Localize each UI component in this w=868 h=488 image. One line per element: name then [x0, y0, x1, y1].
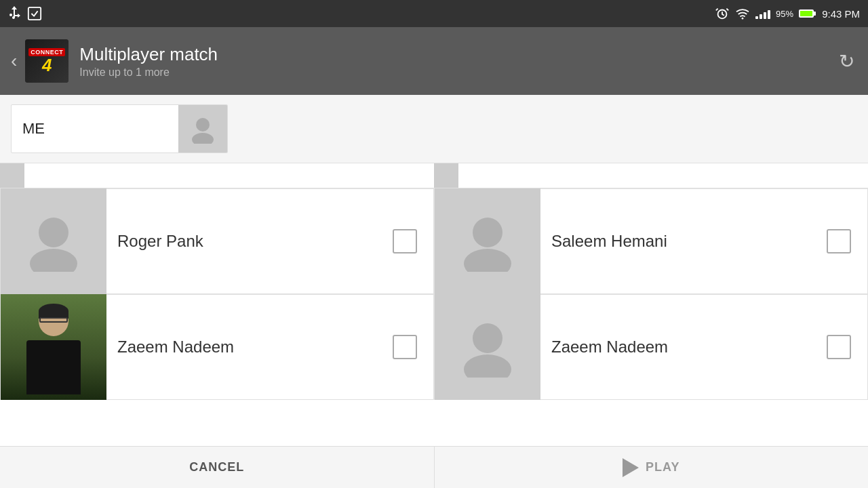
cancel-button[interactable]: CANCEL	[0, 447, 434, 488]
usb-icon	[8, 6, 20, 21]
player-cell-zaeem-1[interactable]: Zaeem Nadeem	[0, 294, 434, 400]
player-name-roger-pank: Roger Pank	[106, 232, 393, 251]
svg-point-8	[473, 218, 502, 247]
players-grid: Roger Pank Saleem Hemani Z	[0, 188, 868, 400]
me-card: ME	[11, 104, 228, 153]
player-avatar-zaeem-1	[1, 294, 106, 400]
saleem-hemani-avatar-icon	[457, 211, 518, 272]
svg-point-5	[192, 133, 214, 144]
player-checkbox-roger-pank[interactable]	[393, 229, 417, 253]
player-cell-zaeem-2[interactable]: Zaeem Nadeem	[434, 294, 868, 400]
task-icon	[27, 6, 42, 21]
app-icon: CONNECT 4	[25, 39, 68, 83]
refresh-button[interactable]: ↻	[839, 50, 854, 73]
player-checkbox-zaeem-2[interactable]	[827, 335, 851, 359]
player-avatar-zaeem-2	[435, 294, 540, 400]
partial-avatar-right	[434, 163, 458, 188]
player-checkbox-zaeem-1[interactable]	[393, 335, 417, 359]
play-icon	[623, 458, 639, 477]
me-section: ME	[0, 95, 868, 163]
status-time: 9:43 PM	[822, 8, 860, 20]
status-icons-left	[8, 6, 42, 21]
player-name-zaeem-2: Zaeem Nadeem	[540, 338, 827, 357]
battery-percent: 95%	[776, 9, 793, 19]
app-title-section: Multiplayer match Invite up to 1 more	[79, 44, 857, 79]
play-label: PLAY	[646, 460, 679, 474]
status-icons-right: 95% 9:43 PM	[715, 6, 860, 21]
player-cell-roger-pank[interactable]: Roger Pank	[0, 188, 434, 294]
svg-point-9	[464, 249, 511, 272]
partial-text-right	[458, 163, 868, 188]
play-button[interactable]: PLAY	[435, 447, 869, 488]
svg-point-3	[742, 18, 744, 20]
app-title: Multiplayer match	[79, 44, 857, 65]
svg-point-6	[39, 218, 68, 247]
bottom-bar: CANCEL PLAY	[0, 446, 868, 488]
partial-avatar-left	[0, 163, 24, 188]
app-bar: ‹ CONNECT 4 Multiplayer match Invite up …	[0, 27, 868, 95]
player-cell-saleem-hemani[interactable]: Saleem Hemani	[434, 188, 868, 294]
me-avatar	[178, 104, 227, 153]
roger-pank-avatar-icon	[23, 211, 84, 272]
player-avatar-roger-pank	[1, 188, 106, 294]
svg-point-11	[464, 354, 511, 378]
partial-cell-left	[0, 163, 434, 188]
player-checkbox-saleem-hemani[interactable]	[827, 229, 851, 253]
wifi-icon	[735, 7, 750, 20]
alarm-icon	[715, 6, 730, 21]
zaeem-2-avatar-icon	[457, 317, 518, 378]
me-label: ME	[12, 120, 178, 138]
player-name-zaeem-1: Zaeem Nadeem	[106, 338, 393, 357]
svg-point-4	[196, 118, 210, 131]
svg-rect-1	[28, 7, 41, 20]
back-button[interactable]: ‹	[11, 50, 17, 72]
app-subtitle: Invite up to 1 more	[79, 66, 857, 79]
partial-cell-right	[434, 163, 868, 188]
player-avatar-saleem-hemani	[435, 188, 540, 294]
player-name-saleem-hemani: Saleem Hemani	[540, 232, 827, 251]
battery-icon	[799, 9, 814, 18]
svg-point-10	[473, 323, 502, 353]
status-bar: 95% 9:43 PM	[0, 0, 868, 27]
svg-point-0	[9, 14, 12, 16]
partial-top-row	[0, 163, 868, 188]
me-avatar-icon	[188, 114, 218, 144]
partial-text-left	[24, 163, 434, 188]
four-label: 4	[42, 56, 52, 74]
signal-icon	[755, 8, 770, 19]
svg-point-7	[30, 249, 77, 272]
